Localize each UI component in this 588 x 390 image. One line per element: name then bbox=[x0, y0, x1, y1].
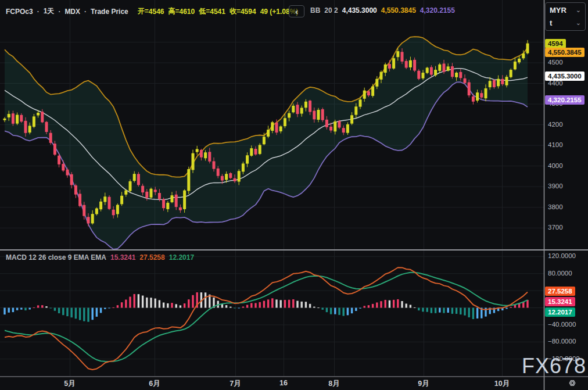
macd-histogram-bar bbox=[96, 308, 98, 317]
macd-indicator-row[interactable]: MACD 12 26 close 9 EMA EMA 15.3241 27.52… bbox=[6, 253, 194, 262]
candle-body bbox=[103, 196, 106, 202]
currency-dropdown[interactable]: MYR ⌄ bbox=[550, 6, 581, 15]
candle-body bbox=[459, 72, 462, 78]
macd-axis-tick: 120.0000 bbox=[548, 252, 576, 259]
bb-basis-value: 4,435.3000 bbox=[342, 6, 377, 15]
candle-body bbox=[187, 169, 190, 191]
candle-body bbox=[183, 191, 186, 209]
candle-body bbox=[350, 115, 353, 123]
time-axis-label: 5月 bbox=[64, 379, 75, 389]
macd-histogram-bar bbox=[192, 295, 193, 308]
macd-histogram-bar bbox=[410, 305, 411, 307]
macd-histogram-bar bbox=[414, 307, 415, 308]
candle-body bbox=[133, 174, 136, 181]
macd-histogram-bar bbox=[372, 304, 374, 308]
candle-body bbox=[41, 112, 44, 122]
interval-label[interactable]: 1天 bbox=[44, 6, 55, 16]
candle-body bbox=[325, 120, 328, 127]
macd-histogram-bar bbox=[108, 308, 110, 309]
bb-name: BB bbox=[310, 6, 320, 15]
candle-body bbox=[300, 108, 303, 113]
candle-body bbox=[200, 150, 203, 158]
macd-histogram-bar bbox=[343, 308, 345, 316]
macd-histogram-bar bbox=[167, 303, 168, 308]
bb-lower-value: 4,320.2155 bbox=[420, 6, 455, 15]
macd-histogram-bar bbox=[134, 294, 135, 308]
candle-body bbox=[493, 80, 496, 87]
price-badge: 4,550.3845 bbox=[545, 48, 585, 57]
macd-histogram-bar bbox=[45, 306, 47, 307]
macd-histogram-bar bbox=[230, 307, 231, 308]
macd-histogram-bar bbox=[309, 304, 311, 308]
macd-histogram-bar bbox=[155, 299, 156, 308]
candle-body bbox=[371, 87, 374, 96]
series-label: Trade Price bbox=[91, 8, 128, 16]
trading-chart-app: FCPOc3 · 1天 · MDX · Trade Price 开=4546 高… bbox=[0, 0, 588, 390]
macd-histogram-bar bbox=[242, 306, 244, 307]
macd-signal-line bbox=[5, 273, 528, 362]
candle-body bbox=[83, 205, 85, 216]
macd-histogram-bar bbox=[54, 308, 56, 311]
macd-histogram-bar bbox=[225, 305, 227, 307]
candle-body bbox=[137, 174, 140, 185]
macd-histogram-bar bbox=[426, 308, 428, 312]
candle-body bbox=[3, 119, 6, 120]
macd-histogram-bar bbox=[510, 307, 512, 307]
macd-histogram-bar bbox=[238, 308, 240, 309]
macd-histogram-bar bbox=[322, 308, 324, 310]
chevron-left-icon: ‹ bbox=[295, 7, 298, 16]
low-value: 4541 bbox=[210, 8, 225, 16]
candle-body bbox=[250, 148, 253, 156]
bb-indicator-row[interactable]: BB 20 2 4,435.3000 4,550.3845 4,320.2155 bbox=[310, 6, 455, 15]
candle-body bbox=[422, 73, 425, 78]
chart-canvas[interactable] bbox=[0, 0, 588, 390]
candle-body bbox=[489, 81, 492, 87]
candle-body bbox=[271, 122, 274, 131]
macd-histogram-bar bbox=[83, 308, 85, 321]
high-value: 4610 bbox=[180, 8, 195, 16]
collapse-indicators-button[interactable]: ‹ bbox=[289, 5, 304, 17]
candle-body bbox=[225, 174, 228, 180]
macd-histogram-bar bbox=[431, 308, 432, 313]
candle-body bbox=[288, 113, 291, 118]
candle-body bbox=[78, 194, 81, 206]
indicator-badge: 15.3241 bbox=[545, 297, 575, 306]
candle-body bbox=[380, 72, 383, 80]
settings-gear-icon[interactable] bbox=[567, 377, 578, 389]
candle-body bbox=[485, 88, 487, 98]
macd-histogram-bar bbox=[288, 300, 290, 308]
macd-histogram-bar bbox=[29, 308, 31, 310]
candle-body bbox=[238, 171, 241, 181]
macd-histogram-bar bbox=[246, 305, 248, 308]
candle-body bbox=[384, 65, 387, 73]
candle-body bbox=[455, 73, 458, 77]
candle-body bbox=[87, 217, 90, 223]
candle-body bbox=[179, 207, 182, 210]
candle-body bbox=[221, 176, 224, 181]
price-axis-tick: 3800 bbox=[548, 203, 563, 210]
macd-histogram-bar bbox=[75, 308, 77, 319]
candle-body bbox=[279, 126, 282, 131]
macd-histogram-bar bbox=[418, 308, 420, 311]
candle-body bbox=[141, 186, 144, 192]
candle-body bbox=[405, 61, 408, 68]
candle-body bbox=[359, 99, 362, 106]
macd-line bbox=[5, 267, 528, 370]
candle-body bbox=[447, 66, 450, 70]
macd-histogram-bar bbox=[271, 298, 273, 307]
candle-body bbox=[213, 161, 216, 169]
price-badge: 4,320.2155 bbox=[545, 95, 585, 105]
candle-body bbox=[526, 44, 529, 53]
candle-body bbox=[296, 105, 299, 114]
candle-body bbox=[334, 121, 336, 131]
macd-histogram-bar bbox=[334, 308, 336, 314]
symbol-name[interactable]: FCPOc3 bbox=[6, 8, 33, 16]
macd-hist-value: 15.3241 bbox=[110, 253, 135, 262]
macd-histogram-bar bbox=[435, 308, 436, 313]
macd-histogram-bar bbox=[117, 305, 119, 307]
macd-histogram-bar bbox=[443, 308, 444, 313]
candle-body bbox=[45, 122, 48, 132]
separator-dot: · bbox=[37, 8, 40, 16]
low-label: 低= bbox=[199, 6, 210, 16]
unit-dropdown[interactable]: t ⌄ bbox=[550, 19, 581, 27]
